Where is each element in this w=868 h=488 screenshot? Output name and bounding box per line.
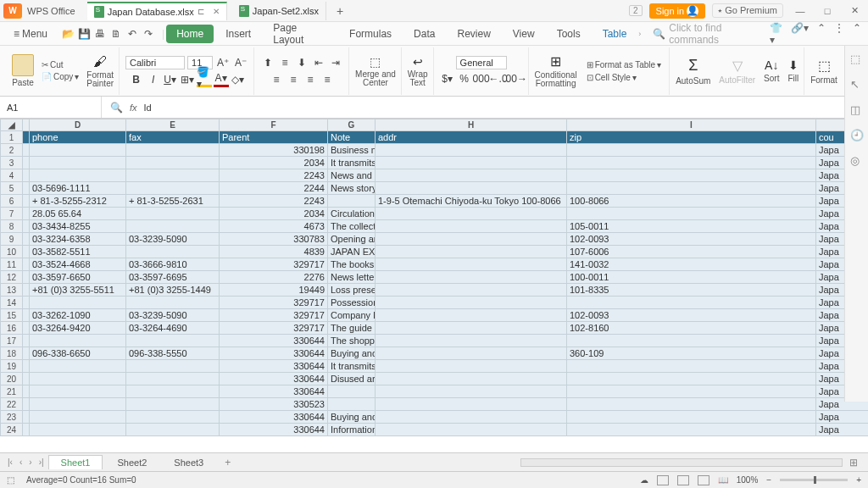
undo-icon[interactable]: ↶ [125,27,139,41]
open-icon[interactable]: 📂 [61,27,75,41]
row-header[interactable]: 12 [1,271,23,284]
col-header-E[interactable]: E [126,119,220,131]
cell[interactable] [30,157,126,169]
save-icon[interactable]: 💾 [77,27,91,41]
cell[interactable] [30,169,126,182]
cell[interactable] [126,424,220,436]
minimize-button[interactable]: — [790,6,810,16]
cell[interactable]: Information of private buying and sellin… [328,424,376,436]
cell[interactable] [376,246,567,258]
tab-table[interactable]: Table [593,25,637,43]
border-button[interactable]: ⊞▾ [180,72,195,87]
zoom-out-button[interactable]: − [766,475,771,485]
cell[interactable]: 102-0093 [567,233,816,246]
cell[interactable]: 2034 [220,208,328,220]
cell[interactable] [376,373,567,385]
cell[interactable]: 102-8160 [567,322,816,335]
row-header[interactable]: 8 [1,220,23,233]
cell[interactable]: Business news, new product information a… [328,144,376,157]
col-header-H[interactable]: H [376,119,567,131]
row-header[interactable]: 6 [1,195,23,208]
cell[interactable]: 096-338-5550 [126,347,220,360]
merge-button[interactable]: Merge and Center [355,70,396,87]
doc-tab-1[interactable]: Japan Database.xlsx ⊏ ✕ [87,2,227,20]
cell[interactable] [567,373,816,385]
col-header-I[interactable]: I [567,119,816,131]
go-premium-button[interactable]: ⭑ Go Premium [712,3,783,18]
justify-icon[interactable]: ≡ [320,72,335,87]
cell[interactable] [23,373,30,385]
indent-left-icon[interactable]: ⇤ [311,55,326,70]
header-parent[interactable]: Parent [220,131,328,144]
col-header-D[interactable]: D [30,119,126,131]
row-header[interactable]: 13 [1,284,23,297]
add-tab-button[interactable]: + [331,4,348,18]
cell[interactable] [376,424,567,436]
print-preview-icon[interactable]: 🗎 [109,27,123,41]
paste-icon[interactable] [12,54,34,76]
cell[interactable] [328,195,376,208]
cell[interactable] [567,182,816,195]
cell[interactable]: 2244 [220,182,328,195]
clear-format-button[interactable]: ◇▾ [231,72,246,87]
cell[interactable] [567,297,816,309]
copy-button[interactable]: 📄 Copy ▾ [39,71,81,82]
cell[interactable]: 28.05 65.64 [30,208,126,220]
last-sheet-icon[interactable]: ›| [36,458,47,467]
cell[interactable]: + 81-3-5255-2312 [30,195,126,208]
tab-tools[interactable]: Tools [547,25,591,43]
prev-sheet-icon[interactable]: ‹ [17,458,25,467]
select-all-corner[interactable]: ◢ [1,119,23,131]
row-header[interactable]: 1 [1,131,23,144]
format-as-table-button[interactable]: ⊞ Format as Table ▾ [584,59,665,70]
spreadsheet-grid[interactable]: ◢DEFGHIJ1phonefaxParentNoteaddrzipcou233… [0,119,868,452]
decrease-font-icon[interactable]: A⁻ [233,55,248,70]
cell[interactable]: Opening and the like of ?J–l???X?h?@?J??… [328,233,376,246]
cell[interactable] [376,398,567,411]
cell[interactable] [126,335,220,347]
row-header[interactable]: 10 [1,246,23,258]
align-middle-icon[interactable]: ≡ [277,55,292,70]
cell[interactable] [376,284,567,297]
cell[interactable]: 03-5696-1111 [30,182,126,195]
cell[interactable] [23,411,30,424]
doc-tab-2[interactable]: Japan-Set2.xlsx [232,2,326,20]
cut-button[interactable]: ✂ Cut [39,59,81,70]
cell[interactable]: 330644 [220,373,328,385]
normal-view-icon[interactable] [657,475,669,485]
align-center-icon[interactable]: ≡ [286,72,301,87]
percent-icon[interactable]: % [457,71,472,86]
cell[interactable] [30,144,126,157]
expand-panel-icon[interactable]: ⬚ [850,53,864,66]
col-header-F[interactable]: F [220,119,328,131]
pin-icon[interactable]: ⊏ [198,7,204,16]
properties-icon[interactable]: ◎ [850,154,864,168]
font-select[interactable]: Calibri [125,56,185,69]
page-break-view-icon[interactable] [698,475,709,485]
cell[interactable]: 330644 [220,424,328,436]
cell[interactable] [567,360,816,373]
record-macro-icon[interactable]: ⬚ [7,475,14,485]
fill-color-button[interactable]: 🪣▾ [197,72,212,87]
comma-icon[interactable]: 000 [474,71,489,86]
row-header[interactable]: 14 [1,297,23,309]
cell[interactable]: 100-0011 [567,271,816,284]
row-header[interactable]: 17 [1,335,23,347]
cell[interactable]: + 81-3-5255-2631 [126,195,220,208]
cell[interactable]: The books, the newspaper, the magazine a… [328,258,376,271]
history-icon[interactable]: 🕘 [850,129,864,142]
cell[interactable] [126,398,220,411]
cell[interactable]: 03-3666-9810 [126,258,220,271]
conditional-formatting-button[interactable]: Conditional Formatting [535,71,577,88]
cell[interactable] [567,144,816,157]
format-icon[interactable]: ⬚ [818,58,831,74]
row-header[interactable]: 23 [1,411,23,424]
cell[interactable] [23,195,30,208]
row-header[interactable]: 11 [1,258,23,271]
bold-button[interactable]: B [129,72,144,87]
cell[interactable] [376,347,567,360]
cell[interactable]: 03-3239-5090 [126,233,220,246]
name-box[interactable]: A1 [0,97,102,118]
cell[interactable]: 107-6006 [567,246,816,258]
cell[interactable] [23,424,30,436]
